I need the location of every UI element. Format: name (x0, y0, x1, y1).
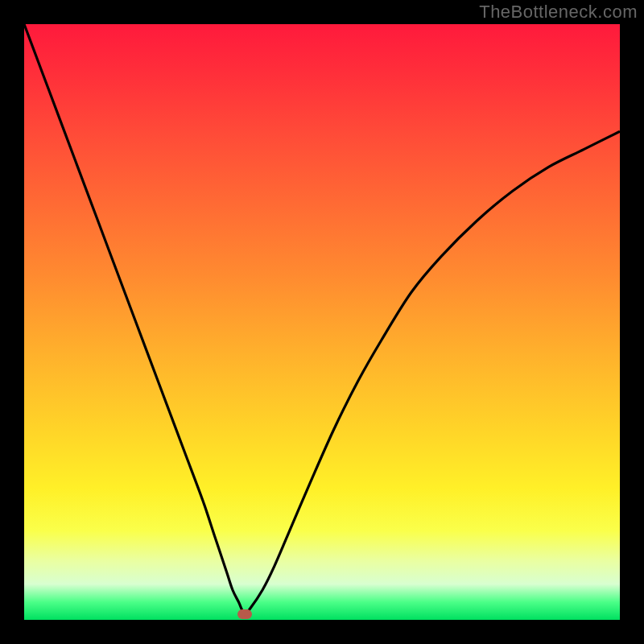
watermark-label: TheBottleneck.com (479, 2, 638, 23)
curve-path (24, 24, 620, 614)
plot-area (24, 24, 620, 620)
optimum-marker (237, 609, 252, 619)
bottleneck-curve (24, 24, 620, 620)
chart-frame: TheBottleneck.com (0, 0, 644, 644)
